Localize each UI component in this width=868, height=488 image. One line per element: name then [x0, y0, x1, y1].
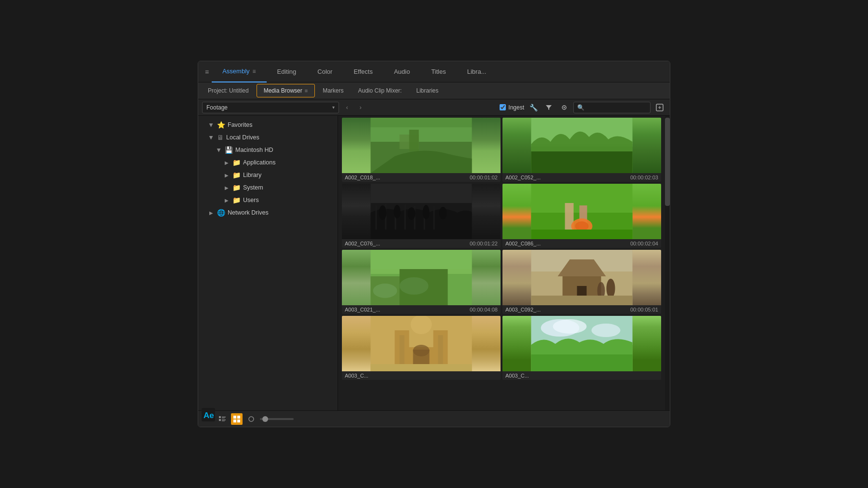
svg-point-1	[564, 107, 565, 108]
nav-forward-button[interactable]: ›	[355, 102, 366, 113]
thumbnail-size-slider[interactable]	[260, 418, 294, 420]
view-list-detail-button[interactable]	[217, 413, 228, 425]
media-thumb-clip4	[502, 184, 661, 239]
svg-point-61	[592, 324, 621, 337]
tab-audio-clip-mixer[interactable]: Audio Clip Mixer:	[352, 84, 409, 97]
nav-back-button[interactable]: ‹	[342, 102, 353, 113]
media-info-clip1: A002_C018_... 00:00:01:02	[342, 173, 501, 182]
media-info-clip7: A003_C...	[342, 371, 501, 380]
svg-point-24	[423, 205, 430, 219]
media-item-clip6[interactable]: A003_C092_... 00:00:05:01	[502, 250, 661, 314]
tree-item-users[interactable]: ▶ 📁 Users	[198, 194, 338, 206]
svg-rect-13	[371, 184, 472, 203]
nav-tab-titles[interactable]: Titles	[420, 61, 457, 82]
media-item-clip4[interactable]: A002_C086_... 00:00:02:04	[502, 184, 661, 248]
users-arrow-icon: ▶	[223, 198, 230, 203]
search-box[interactable]: 🔍	[573, 102, 651, 113]
svg-point-76	[249, 417, 254, 421]
media-item-clip3[interactable]: A002_C076_... 00:00:01:22	[342, 184, 501, 248]
view-grid-button[interactable]	[231, 413, 243, 425]
tab-media-browser[interactable]: Media Browser ≡	[257, 84, 315, 97]
nav-tab-audio[interactable]: Audio	[383, 61, 420, 82]
media-scrollbar-thumb[interactable]	[665, 118, 670, 206]
media-info-clip8: A003_C...	[502, 371, 661, 380]
local-drives-folder-icon: 🖥	[217, 134, 224, 141]
media-grid: A002_C018_... 00:00:01:02	[338, 116, 665, 410]
media-scrollbar[interactable]	[665, 116, 670, 410]
media-thumb-clip8	[502, 316, 661, 371]
svg-rect-70	[222, 420, 226, 420]
media-info-clip3: A002_C076_... 00:00:01:22	[342, 239, 501, 248]
media-info-clip6: A003_C092_... 00:00:05:01	[502, 305, 661, 314]
media-info-clip2: A002_C052_... 00:00:02:03	[502, 173, 661, 182]
nav-tab-color[interactable]: Color	[307, 61, 343, 82]
view-options-button[interactable]	[558, 101, 570, 114]
size-slider-thumb[interactable]	[262, 416, 268, 422]
svg-rect-7	[409, 130, 419, 151]
tree-item-macintosh-hd[interactable]: ▶ 💾 Macintosh HD	[198, 144, 338, 156]
tree-item-network-drives[interactable]: ▶ 🌐 Network Drives	[198, 206, 338, 219]
nav-tab-libraries[interactable]: Libra...	[457, 61, 497, 82]
users-folder-icon: 📁	[232, 196, 241, 204]
media-browser-toolbar: Footage ▾ ‹ › Ingest 🔧 🔍	[198, 99, 670, 116]
svg-point-22	[394, 205, 401, 218]
library-folder-icon: 📁	[232, 171, 241, 179]
adobe-logo: Ae	[202, 408, 215, 421]
path-dropdown[interactable]: Footage ▾	[202, 102, 339, 113]
tab-project[interactable]: Project: Untitled	[201, 84, 256, 97]
media-item-clip8[interactable]: A003_C...	[502, 316, 661, 380]
svg-rect-47	[531, 296, 633, 305]
tree-item-system[interactable]: ▶ 📁 System	[198, 181, 338, 194]
svg-point-21	[379, 205, 387, 220]
panel-tab-bar: Project: Untitled Media Browser ≡ Marker…	[198, 82, 670, 99]
ingest-checkbox-label[interactable]: Ingest	[500, 104, 524, 111]
media-thumb-clip2	[502, 118, 661, 173]
tree-item-favorites[interactable]: ▶ ⭐ Favorites	[198, 119, 338, 131]
media-item-clip1[interactable]: A002_C018_... 00:00:01:02	[342, 118, 501, 182]
media-item-clip7[interactable]: A003_C...	[342, 316, 501, 380]
tab-libraries[interactable]: Libraries	[409, 84, 445, 97]
nav-tab-editing[interactable]: Editing	[267, 61, 307, 82]
media-thumb-clip5	[342, 250, 501, 305]
bottom-bar	[198, 410, 670, 427]
app-window: ≡ Assembly ≡ Editing Color Effects Audio…	[198, 61, 670, 427]
svg-rect-32	[531, 230, 633, 239]
svg-point-23	[408, 207, 416, 220]
tree-item-local-drives[interactable]: ▶ 🖥 Local Drives	[198, 131, 338, 144]
svg-rect-62	[531, 354, 633, 371]
svg-rect-68	[222, 418, 225, 418]
svg-rect-69	[219, 419, 221, 421]
library-arrow-icon: ▶	[223, 173, 230, 178]
view-circle-button[interactable]	[245, 413, 257, 425]
tree-item-applications[interactable]: ▶ 📁 Applications	[198, 156, 338, 169]
svg-rect-20	[434, 206, 435, 230]
nav-tab-effects[interactable]: Effects	[343, 61, 383, 82]
ingest-checkbox[interactable]	[500, 104, 506, 110]
favorites-folder-icon: ⭐	[217, 121, 225, 129]
settings-wrench-button[interactable]: 🔧	[527, 101, 540, 114]
search-icon: 🔍	[577, 104, 584, 111]
media-grid-area: A002_C018_... 00:00:01:02	[338, 116, 665, 410]
media-item-clip5[interactable]: A003_C021_... 00:00:04:08	[342, 250, 501, 314]
media-item-clip2[interactable]: A002_C052_... 00:00:02:03	[502, 118, 661, 182]
search-input[interactable]	[587, 104, 647, 111]
assembly-menu-icon: ≡	[253, 68, 256, 75]
svg-rect-11	[531, 151, 633, 173]
nav-tab-assembly[interactable]: Assembly ≡	[212, 61, 266, 82]
tree-item-library[interactable]: ▶ 📁 Library	[198, 169, 338, 181]
fullscreen-button[interactable]	[653, 101, 666, 114]
filter-button[interactable]	[542, 101, 555, 114]
svg-rect-5	[371, 127, 472, 142]
hamburger-menu-icon[interactable]: ≡	[202, 68, 212, 76]
tab-markers[interactable]: Markers	[316, 84, 350, 97]
svg-point-25	[439, 207, 447, 219]
media-thumb-clip6	[502, 250, 661, 305]
network-drives-folder-icon: 🌐	[217, 209, 225, 217]
macintosh-hd-drive-icon: 💾	[225, 146, 233, 154]
file-tree-panel: ▶ ⭐ Favorites ▶ 🖥 Local Drives ▶ 💾 Macin…	[198, 116, 338, 410]
svg-rect-73	[237, 416, 240, 419]
svg-rect-56	[371, 364, 472, 371]
system-folder-icon: 📁	[232, 184, 241, 191]
svg-point-53	[413, 345, 430, 356]
svg-text:Ae: Ae	[203, 411, 214, 420]
